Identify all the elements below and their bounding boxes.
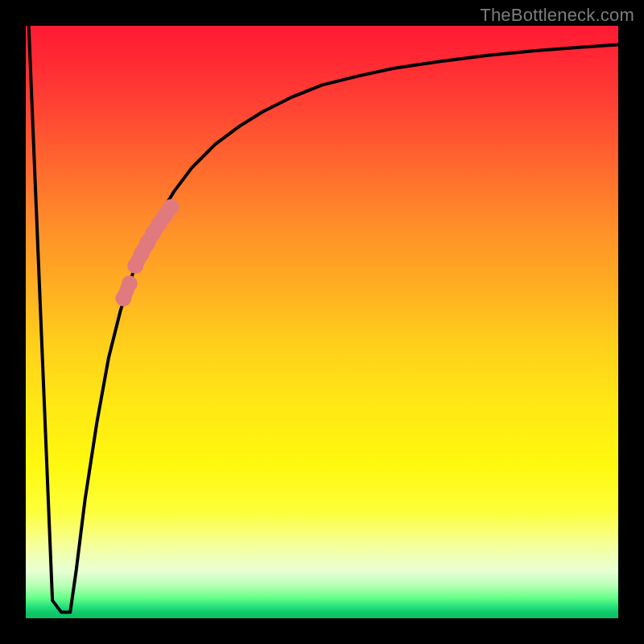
chart-stage: TheBottleneck.com: [0, 0, 644, 644]
highlight-segment-lower-point: [115, 291, 131, 307]
highlight-segment-upper-point: [163, 199, 179, 215]
highlight-segment-lower-point: [122, 275, 138, 291]
plot-area: [26, 26, 618, 618]
watermark-text: TheBottleneck.com: [480, 5, 634, 26]
main-curve-path: [29, 26, 618, 613]
curve-svg: [26, 26, 618, 618]
series-layer: [29, 26, 618, 613]
